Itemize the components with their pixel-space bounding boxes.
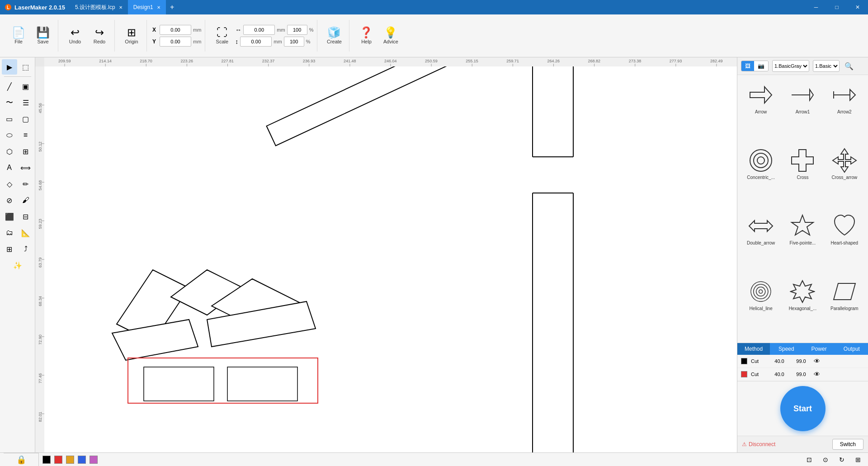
layer-row-black[interactable]: Cut 40.0 99.0 👁 [737, 355, 868, 368]
polygon-tool[interactable]: ⬡ [2, 144, 17, 159]
camera-view-button[interactable]: 📷 [754, 61, 768, 71]
close-button[interactable]: ✕ [847, 0, 868, 14]
edit-node-tool[interactable]: ✏ [18, 176, 33, 192]
layer-visibility-black[interactable]: 👁 [814, 358, 820, 365]
shape-cross[interactable]: Cross [783, 144, 822, 208]
tab-add-button[interactable]: + [166, 1, 179, 14]
crop-tool-button[interactable]: ⊡ [803, 454, 816, 465]
grid-view-button[interactable]: 🖼 [741, 61, 754, 71]
width-input[interactable] [243, 25, 275, 35]
output-tab[interactable]: Output [835, 343, 868, 355]
x-input[interactable] [160, 25, 191, 35]
ruler-horizontal [44, 57, 737, 66]
shape-parallelogram[interactable]: Parallelogram [825, 275, 864, 339]
redo-button[interactable]: ↪ Redo [88, 25, 111, 46]
shape-arrow[interactable]: Arrow [741, 79, 781, 142]
shape-double-arrow[interactable]: Double_arrow [741, 210, 781, 273]
help-button[interactable]: ❓ Help [355, 25, 377, 46]
left-toolbar: ▶ ⬚ ╱ ▣ 〜 ☰ ▭ ▢ ⬭ ≡ ⬡ ⊞ A ⟺ ◇ ✏ [0, 57, 35, 452]
list-tool[interactable]: ≡ [18, 127, 33, 143]
svg-marker-27 [792, 215, 813, 235]
tab-close-design1[interactable]: ✕ [157, 5, 160, 10]
color-swatch-purple[interactable] [90, 456, 98, 464]
rect-tool[interactable]: ▭ [2, 111, 17, 127]
align-tool[interactable]: ☰ [18, 95, 33, 110]
bottom-bar: 🔒 ⊡ ⊙ ↻ ⊞ [0, 452, 868, 466]
layer-visibility-red[interactable]: 👁 [814, 371, 820, 378]
curve-tool[interactable]: 〜 [2, 95, 17, 110]
ellipse-tool[interactable]: ⬭ [2, 127, 17, 143]
select-tool[interactable]: ▶ [2, 59, 17, 75]
rect-round-tool[interactable]: ▢ [18, 111, 33, 127]
main-area: ▶ ⬚ ╱ ▣ 〜 ☰ ▭ ▢ ⬭ ≡ ⬡ ⊞ A ⟺ ◇ ✏ [0, 57, 868, 452]
color-swatch-blue[interactable] [78, 456, 86, 464]
save-button[interactable]: 💾 Save [32, 25, 54, 46]
tab-design1[interactable]: Design1 ✕ [128, 0, 166, 14]
undo-button[interactable]: ↩ Undo [64, 25, 86, 46]
array-tool[interactable]: ⬛ [2, 209, 17, 224]
height-input[interactable] [240, 37, 272, 47]
tab-close-template[interactable]: ✕ [119, 5, 123, 10]
y-input[interactable] [160, 37, 191, 47]
path-tool[interactable]: ⤴ [18, 241, 33, 257]
shape-arrow1[interactable]: Arrow1 [783, 79, 822, 142]
eraser-tool[interactable]: ⊘ [2, 193, 17, 208]
method-tab[interactable]: Method [737, 343, 770, 355]
magnet-button[interactable]: ⊙ [819, 454, 832, 465]
design-canvas[interactable] [44, 66, 737, 452]
switch-button[interactable]: Switch [832, 439, 863, 450]
layer-color-red [741, 371, 747, 377]
shape-five-point-star[interactable]: Five-pointe... [783, 210, 822, 273]
start-button[interactable]: Start [780, 386, 826, 431]
shape-spiral[interactable]: Helical_line [741, 275, 781, 339]
shape-subcategory-select[interactable]: 1.Basic [813, 60, 840, 72]
svg-marker-18 [792, 89, 813, 100]
scale-button[interactable]: ⛶ Scale [211, 25, 233, 46]
shape-search-button[interactable]: 🔍 [843, 60, 855, 72]
shape-concentric[interactable]: Concentric_... [741, 144, 781, 208]
speed-tab[interactable]: Speed [770, 343, 802, 355]
heart-shape-icon [831, 212, 858, 240]
shape-cross-arrow[interactable]: Cross_arrow [825, 144, 864, 208]
mirror-tool[interactable]: ⟺ [18, 160, 33, 175]
shapes-grid: Arrow Arrow1 Arrow2 [737, 75, 868, 343]
color-swatch-orange[interactable] [66, 456, 74, 464]
maximize-button[interactable]: □ [826, 0, 847, 14]
shape-heart[interactable]: Heart-shaped [825, 210, 864, 273]
select-region-tool[interactable]: ⬚ [18, 59, 33, 75]
layers-tool[interactable]: 🗂 [2, 225, 17, 240]
trace-tool[interactable]: 📐 [18, 225, 33, 240]
color-swatch-black[interactable] [42, 456, 51, 464]
shadow-tool[interactable]: ▣ [18, 79, 33, 94]
split-tool[interactable]: ⊟ [18, 209, 33, 224]
power-tab[interactable]: Power [803, 343, 835, 355]
svg-marker-24 [792, 150, 813, 171]
tab-design-template[interactable]: 5.设计图模板.lcp ✕ [70, 0, 128, 14]
material-tool[interactable]: ✨ [10, 258, 25, 273]
lock-icon[interactable]: 🔒 [4, 453, 39, 466]
paint-tool[interactable]: 🖌 [18, 193, 33, 208]
layer-row-red[interactable]: Cut 40.0 99.0 👁 [737, 368, 868, 381]
minimize-button[interactable]: ─ [806, 0, 826, 14]
text-tool[interactable]: A [2, 160, 17, 175]
design-svg[interactable] [44, 66, 737, 452]
disconnect-button[interactable]: ⚠ Disconnect [742, 441, 775, 447]
line-tool[interactable]: ╱ [2, 79, 17, 94]
create-button[interactable]: 🧊 Create [323, 25, 345, 46]
table-tool[interactable]: ⊞ [2, 241, 17, 257]
origin-button[interactable]: ⊞ Origin [120, 25, 143, 46]
advice-button[interactable]: 💡 Advice [379, 25, 402, 46]
rotate-button[interactable]: ↻ [835, 454, 848, 465]
width-pct-input[interactable] [287, 25, 307, 35]
shape-tool[interactable]: ◇ [2, 176, 17, 192]
color-swatch-red[interactable] [54, 456, 62, 464]
height-pct-input[interactable] [284, 37, 304, 47]
shape-hexagon-star[interactable]: Hexagonal_... [783, 275, 822, 339]
shape-category-select[interactable]: 1.BasicGray [772, 60, 809, 72]
file-button[interactable]: 📄 File [7, 25, 30, 46]
shape-arrow2[interactable]: Arrow2 [825, 79, 864, 142]
start-area: Start [737, 381, 868, 436]
grid-view-button[interactable]: ⊞ [852, 454, 864, 465]
grid-tool[interactable]: ⊞ [18, 144, 33, 159]
canvas-area[interactable] [35, 57, 737, 452]
